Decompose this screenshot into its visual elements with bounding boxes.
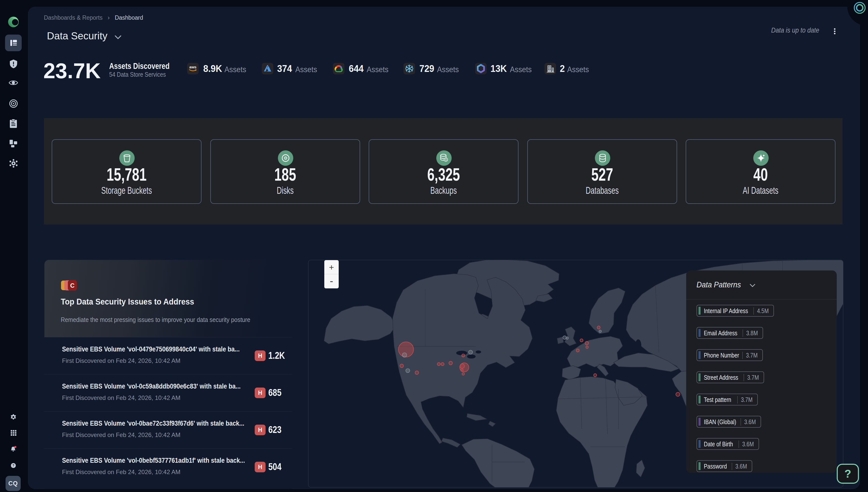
svg-text:?: ? — [12, 464, 15, 467]
svg-text:C: C — [70, 282, 74, 289]
svg-text:aws: aws — [189, 65, 197, 69]
